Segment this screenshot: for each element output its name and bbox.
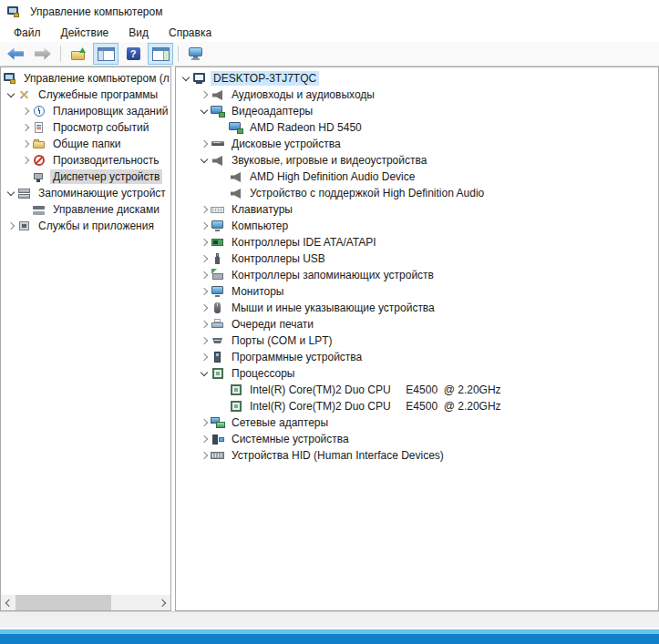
chevron-collapsed-icon[interactable] (198, 88, 211, 101)
action-pane-toggle-button[interactable] (148, 43, 173, 65)
tree-item[interactable]: Служебные программы (1, 87, 170, 103)
chevron-collapsed-icon[interactable] (198, 433, 211, 445)
tree-item[interactable]: Сетевые адаптеры (176, 414, 658, 431)
back-button[interactable] (3, 43, 28, 65)
tree-item[interactable]: Устройства HID (Human Interface Devices) (176, 447, 658, 464)
tree-item[interactable]: Системные устройства (176, 431, 658, 447)
tree-item[interactable]: Процессоры (176, 365, 658, 382)
chevron-collapsed-icon[interactable] (198, 351, 211, 363)
chevron-expanded-icon[interactable] (180, 72, 192, 85)
tree-item[interactable]: Диспетчер устройств (1, 169, 170, 185)
tree-item[interactable]: Дисковые устройства (176, 136, 658, 152)
tree-item[interactable]: Очереди печати (176, 316, 658, 332)
clock-icon (32, 105, 46, 118)
tree-item[interactable]: Порты (COM и LPT) (176, 332, 658, 349)
tree-item[interactable]: Intel(R) Core(TM)2 Duo CPU E4500 @ 2.20G… (176, 382, 658, 398)
tree-item[interactable]: Компьютер (176, 218, 658, 234)
chevron-expanded-icon[interactable] (5, 88, 17, 101)
chevron-collapsed-icon[interactable] (198, 220, 211, 232)
help-icon (127, 47, 140, 60)
tree-item[interactable]: Службы и приложения (1, 218, 170, 234)
tree-item[interactable]: Клавиатуры (176, 201, 658, 218)
tree-item[interactable]: Управление дисками (1, 201, 170, 218)
menu-item-help[interactable]: Справка (162, 25, 218, 41)
tree-item[interactable]: Звуковые, игровые и видеоустройства (176, 152, 658, 169)
tree-item[interactable]: Программные устройства (176, 349, 658, 365)
chevron-collapsed-icon[interactable] (19, 105, 32, 118)
tree-item[interactable]: Видеоадаптеры (176, 103, 658, 119)
device-manager-icon (32, 170, 46, 183)
chevron-expanded-icon[interactable] (198, 154, 211, 167)
computer-icon (192, 72, 207, 85)
tree-item[interactable]: Мыши и иные указывающие устройства (176, 300, 658, 316)
tree-item[interactable]: Управление компьютером (л (1, 70, 170, 87)
menu-item-view[interactable]: Вид (122, 25, 155, 41)
taskbar-strip (0, 634, 659, 644)
tools-icon (17, 88, 32, 101)
left-panel-horizontal-scrollbar[interactable] (1, 595, 170, 610)
remote-computer-button[interactable] (183, 43, 209, 65)
tree-item[interactable]: Контроллеры IDE ATA/ATAPI (176, 234, 658, 250)
tree-item[interactable]: Устройство с поддержкой High Definition … (176, 185, 658, 201)
chevron-collapsed-icon[interactable] (198, 416, 211, 429)
tree-item[interactable]: Запоминающие устройст (1, 185, 170, 201)
tree-item[interactable]: AMD Radeon HD 5450 (176, 119, 658, 136)
tree-item[interactable]: Контроллеры запоминающих устройств (176, 267, 658, 283)
tree-item-label: Компьютер (229, 219, 291, 233)
help-button[interactable] (120, 43, 146, 65)
export-list-button[interactable] (66, 43, 91, 65)
scrollbar-thumb[interactable] (15, 595, 111, 610)
tree-item[interactable]: Планировщик заданий (1, 103, 170, 119)
menu-item-action[interactable]: Действие (55, 25, 116, 41)
chevron-collapsed-icon[interactable] (19, 154, 32, 167)
network-adapter-icon (211, 416, 225, 429)
storage-icon (17, 187, 32, 199)
chevron-collapsed-icon[interactable] (198, 318, 211, 331)
chevron-collapsed-icon[interactable] (198, 236, 211, 249)
monitor-icon (188, 47, 204, 60)
chevron-collapsed-icon[interactable] (5, 220, 17, 232)
console-tree-toggle-button[interactable] (93, 43, 118, 65)
chevron-collapsed-icon[interactable] (198, 302, 211, 314)
chevron-collapsed-icon[interactable] (198, 203, 211, 216)
window-left-pane-icon (98, 47, 115, 61)
tree-item-label: Управление дисками (50, 202, 162, 217)
tree-item-label: Intel(R) Core(TM)2 Duo CPU E4500 @ 2.20G… (247, 383, 504, 397)
chevron-collapsed-icon[interactable] (198, 334, 211, 347)
title-bar: Управление компьютером (0, 0, 659, 24)
chevron-collapsed-icon[interactable] (198, 449, 211, 462)
chevron-collapsed-icon[interactable] (19, 121, 32, 134)
tree-item[interactable]: Общие папки (1, 136, 170, 152)
scrollbar-track[interactable] (15, 595, 156, 610)
forward-button[interactable] (30, 43, 56, 65)
tree-item[interactable]: Производительность (1, 152, 170, 169)
tree-item[interactable]: Контроллеры USB (176, 250, 658, 267)
chevron-collapsed-icon[interactable] (198, 269, 211, 281)
tree-item-label: Запоминающие устройст (36, 186, 169, 200)
tree-item-label: Системные устройства (229, 432, 352, 446)
tree-item[interactable]: Просмотр событий (1, 119, 170, 136)
chevron-collapsed-icon[interactable] (198, 252, 211, 265)
menu-item-file[interactable]: Файл (7, 25, 47, 41)
menu-bar: Файл Действие Вид Справка (0, 24, 659, 42)
chevron-expanded-icon[interactable] (198, 105, 211, 118)
scroll-right-icon[interactable] (156, 595, 170, 610)
ports-icon (211, 334, 225, 347)
chevron-collapsed-icon[interactable] (198, 285, 211, 298)
chevron-expanded-icon[interactable] (198, 367, 211, 380)
performance-icon (32, 154, 46, 167)
chevron-expanded-icon[interactable] (5, 187, 17, 199)
chevron-collapsed-icon[interactable] (19, 138, 32, 150)
mouse-icon (211, 302, 225, 314)
chevron-collapsed-icon[interactable] (198, 138, 211, 150)
tree-item[interactable]: Аудиовходы и аудиовыходы (176, 87, 658, 103)
tree-item[interactable]: Intel(R) Core(TM)2 Duo CPU E4500 @ 2.20G… (176, 398, 658, 414)
tree-item[interactable]: DESKTOP-3TJ7TQC (176, 70, 658, 87)
tree-item[interactable]: AMD High Definition Audio Device (176, 169, 658, 185)
scroll-left-icon[interactable] (1, 595, 15, 610)
tree-item-label: Контроллеры USB (229, 251, 328, 266)
status-bar (0, 611, 659, 628)
event-viewer-icon (32, 121, 46, 134)
tree-item-label: Устройства HID (Human Interface Devices) (229, 448, 447, 463)
tree-item[interactable]: Мониторы (176, 283, 658, 300)
